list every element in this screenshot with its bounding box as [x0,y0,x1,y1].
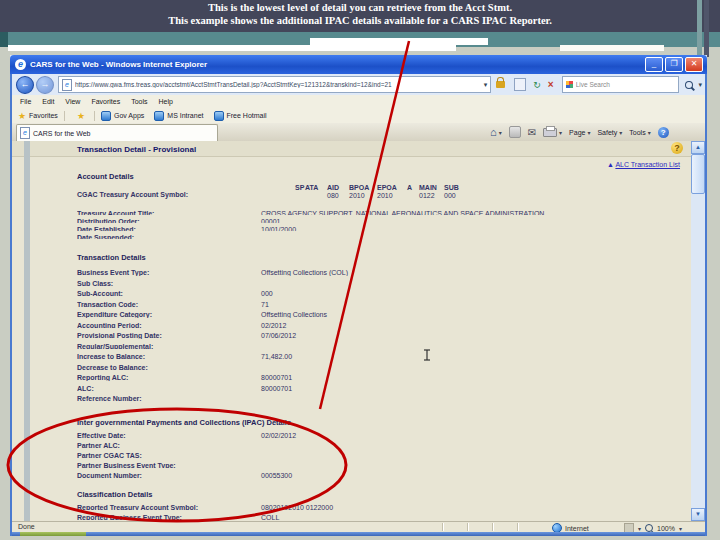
help-button[interactable]: ? [658,127,669,138]
chevron-down-icon[interactable]: ▾ [648,129,651,136]
slide-title: This is the lowest level of detail you c… [0,2,720,27]
tab-cars-for-the-web[interactable]: CARS for the Web [16,124,218,141]
tas-column-value: 2010 [377,192,393,199]
chevron-down-icon[interactable]: ▾ [638,525,641,532]
stop-button[interactable]: × [548,79,554,90]
transaction-rows: Business Event Type:Offsetting Collectio… [77,265,685,402]
field-row: Date Established:10/01/2000 [77,223,685,231]
doc-icon [101,111,111,121]
slide-title-line1: This is the lowest level of detail you c… [0,2,720,15]
field-value: 02/02/2012 [261,432,296,438]
field-value: COLL [261,514,279,520]
favorite-link-ms-intranet[interactable]: MS Intranet [154,111,203,121]
field-label: Increase to Balance: [77,352,261,360]
chevron-down-icon[interactable]: ▾ [559,129,562,136]
field-value: 71,482.00 [261,353,292,360]
field-label: Partner Business Event Type: [77,461,261,468]
favorite-link-free-hotmail[interactable]: Free Hotmail [214,111,267,121]
menu-view[interactable]: View [65,98,80,105]
search-input[interactable]: Live Search [562,76,680,93]
address-dropdown-icon[interactable]: ▾ [481,81,491,89]
field-value: 00055300 [261,472,292,478]
browser-window: e CARS for the Web - Windows Internet Ex… [10,55,707,536]
chevron-down-icon[interactable]: ▾ [587,129,590,136]
divider [64,111,65,121]
search-text[interactable]: Live Search [576,81,679,88]
forward-button[interactable]: → [36,76,54,94]
field-label: Reported Business Event Type: [77,513,261,520]
field-value: 80000701 [261,374,292,381]
field-label: Accounting Period: [77,321,261,329]
chevron-down-icon[interactable]: ▾ [619,129,622,136]
field-row: Date Suspended: [77,231,685,239]
url-text[interactable]: https://www.gwa.fms.treas.gov/acctstmt/A… [75,81,481,88]
field-label: Regular/Supplemental: [77,342,261,350]
tas-column-header: SP [295,184,304,191]
window-border [705,74,707,536]
field-row: Reference Number: [77,391,685,402]
menu-file[interactable]: File [20,98,31,105]
field-row: Transaction Code:71 [77,297,685,308]
field-value: Offsetting Collections [261,311,327,318]
field-value: 000 [261,290,273,297]
page-button[interactable]: Page▾ [569,129,590,136]
page-content: Transaction Detail - Provisional ? ▲ ALC… [12,141,705,521]
navigation-bar: ← → https://www.gwa.fms.treas.gov/acctst… [12,74,705,95]
restore-button[interactable]: ❐ [665,57,683,72]
compatibility-view-button[interactable] [514,78,526,91]
title-bar[interactable]: e CARS for the Web - Windows Internet Ex… [10,55,707,74]
mail-icon[interactable]: ✉ [528,127,536,138]
favorites-button[interactable]: Favorites [29,112,58,119]
chevron-down-icon[interactable]: ▾ [679,525,682,532]
scrollbar-thumb[interactable] [691,154,705,194]
favorite-link-gov-apps[interactable]: Gov Apps [101,111,144,121]
section-header-ipac: Inter governmental Payments and Collecti… [77,418,291,427]
divider [94,111,95,121]
home-icon[interactable]: ⌂ [490,126,497,138]
refresh-button[interactable]: ↻ [533,80,541,90]
menu-bar: FileEditViewFavoritesToolsHelp [12,95,705,109]
scrollbar-down-button[interactable]: ▼ [691,508,705,521]
print-icon[interactable] [543,128,557,137]
safety-button[interactable]: Safety▾ [597,129,622,136]
command-label: Tools [629,129,645,136]
field-label: Document Number: [77,471,261,478]
divider [442,523,444,531]
zoom-level[interactable]: 100% [657,525,675,532]
menu-tools[interactable]: Tools [131,98,147,105]
tas-column-header: BPOA [349,184,369,191]
minimize-button[interactable]: _ [645,57,663,72]
back-button[interactable]: ← [16,76,34,94]
slide-teal-accent [0,32,8,47]
vertical-scrollbar[interactable]: ▲ ▼ [691,141,705,521]
add-favorite-icon[interactable]: ★ [77,111,85,121]
lock-icon [496,81,505,88]
tas-column-value: 000 [444,192,456,199]
progress-segment [20,532,86,536]
field-row: Provisional Posting Date:07/06/2012 [77,328,685,339]
menu-edit[interactable]: Edit [42,98,54,105]
field-value: 80000701 [261,385,292,392]
chevron-down-icon[interactable]: ▾ [499,129,502,136]
tas-column-value: 2010 [349,192,365,199]
field-row: Increase to Balance:71,482.00 [77,349,685,360]
tab-bar: CARS for the Web ⌂▾ ✉ ▾ Page▾Safety▾Tool… [12,123,705,142]
section-header-classification: Classification Details [77,490,152,499]
close-button[interactable]: ✕ [685,57,703,72]
menu-favorites[interactable]: Favorites [91,98,120,105]
field-row: ALC:80000701 [77,381,685,392]
section-header-transaction: Transaction Details [77,253,146,262]
feeds-icon[interactable] [509,126,521,138]
alc-transaction-list-link[interactable]: ▲ ALC Transaction List [607,161,680,168]
address-bar[interactable]: https://www.gwa.fms.treas.gov/acctstmt/A… [58,76,491,93]
field-row: Partner Business Event Type: [77,458,685,468]
search-magnifier-icon[interactable] [685,81,693,89]
tools-button[interactable]: Tools▾ [629,129,650,136]
search-dropdown-icon[interactable]: ▾ [695,81,705,89]
scrollbar-up-button[interactable]: ▲ [691,141,705,154]
tas-column-header: A [407,184,412,191]
menu-help[interactable]: Help [159,98,173,105]
help-icon[interactable]: ? [671,142,683,154]
ipac-rows: Effective Date:02/02/2012Partner ALC:Par… [77,428,685,478]
field-label: Expenditure Category: [77,310,261,318]
